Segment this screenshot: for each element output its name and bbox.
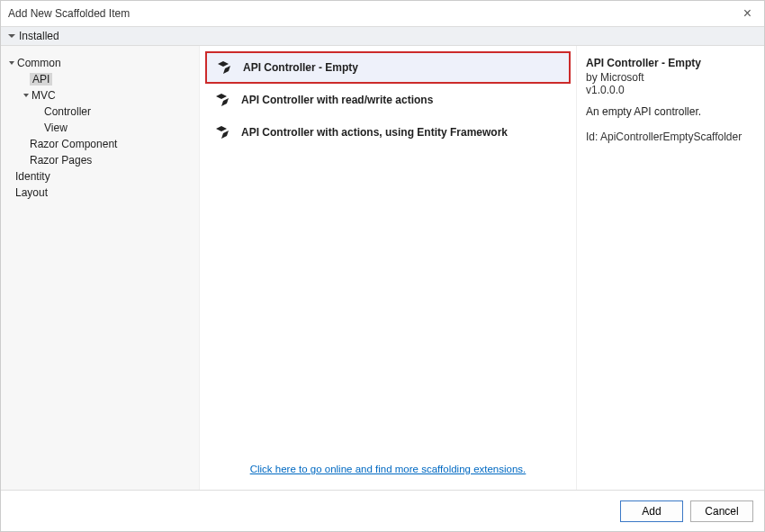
template-item-label: API Controller with actions, using Entit… (241, 126, 508, 139)
tree-item-razor-pages[interactable]: Razor Pages (22, 152, 192, 168)
chevron-down-icon (8, 34, 15, 38)
online-extensions-link[interactable]: Click here to go online and find more sc… (250, 464, 526, 474)
titlebar: Add New Scaffolded Item × (1, 1, 764, 26)
tree-item-mvc[interactable]: MVC (22, 87, 192, 104)
template-item-label: API Controller with read/write actions (241, 94, 433, 106)
tree-item-controller[interactable]: Controller (37, 104, 192, 120)
controller-icon (214, 91, 232, 109)
breadcrumb-installed[interactable]: Installed (19, 30, 59, 42)
template-item-api-controller-empty[interactable]: API Controller - Empty (205, 51, 571, 84)
details-version: v1.0.0.0 (586, 84, 755, 96)
cancel-button[interactable]: Cancel (690, 500, 753, 522)
chevron-icon (23, 94, 29, 97)
template-item-api-controller-ef[interactable]: API Controller with actions, using Entit… (205, 116, 571, 149)
dialog-footer: Add Cancel (1, 490, 764, 531)
controller-icon (216, 59, 234, 77)
details-description: An empty API controller. (586, 105, 755, 118)
breadcrumb: Installed (1, 26, 764, 46)
details-author: by Microsoft (586, 71, 755, 84)
tree-item-identity[interactable]: Identity (8, 168, 192, 185)
details-id: Id: ApiControllerEmptyScaffolder (586, 131, 755, 143)
details-name: API Controller - Empty (586, 57, 755, 69)
chevron-icon (9, 61, 14, 65)
tree-item-common[interactable]: Common (8, 55, 192, 71)
template-list: API Controller - Empty API Controller wi… (205, 51, 571, 455)
tree-item-razor-component[interactable]: Razor Component (22, 136, 192, 152)
add-button[interactable]: Add (620, 500, 683, 522)
close-icon[interactable]: × (738, 4, 757, 23)
category-tree: Common API MVC Controller View Razor Com… (1, 46, 200, 490)
template-item-api-controller-readwrite[interactable]: API Controller with read/write actions (205, 84, 571, 116)
controller-icon (214, 123, 232, 141)
online-extensions-link-container: Click here to go online and find more sc… (205, 455, 571, 490)
window-title: Add New Scaffolded Item (8, 7, 130, 20)
tree-item-view[interactable]: View (37, 120, 192, 136)
template-list-panel: API Controller - Empty API Controller wi… (200, 46, 577, 490)
dialog-body: Common API MVC Controller View Razor Com… (1, 46, 764, 490)
tree-item-layout[interactable]: Layout (8, 185, 192, 201)
details-panel: API Controller - Empty by Microsoft v1.0… (577, 46, 764, 490)
tree-item-api[interactable]: API (22, 71, 192, 87)
template-item-label: API Controller - Empty (243, 61, 358, 74)
